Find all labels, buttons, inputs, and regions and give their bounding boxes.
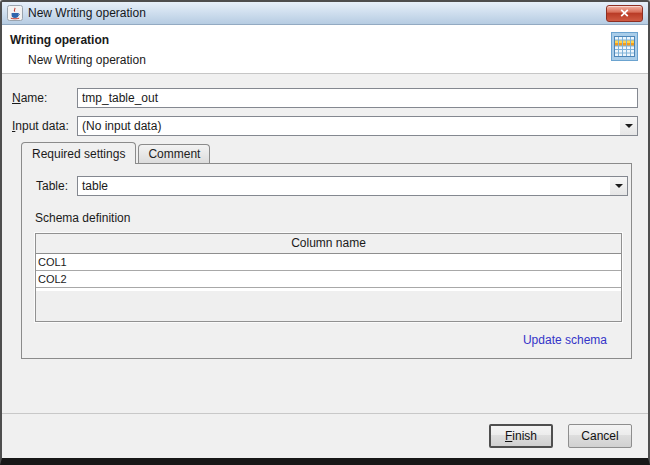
chevron-down-icon[interactable]	[610, 177, 627, 195]
name-input[interactable]	[77, 88, 638, 108]
table-value: table	[82, 179, 108, 193]
name-label: Name:	[12, 91, 77, 105]
update-schema-container: Update schema	[22, 333, 607, 347]
header-subtitle: New Writing operation	[2, 47, 648, 67]
finish-button[interactable]: Finish	[489, 424, 553, 448]
input-data-label: Input data:	[12, 119, 77, 133]
dialog-window: New Writing operation Writing operation …	[0, 0, 650, 465]
close-button[interactable]	[606, 5, 643, 22]
table-row[interactable]: COL2	[36, 271, 621, 288]
required-settings-panel: Table: table Schema definition Column na…	[21, 163, 632, 359]
tabstrip: Required settings Comment	[21, 142, 648, 163]
schema-table: Column name COL1 COL2	[35, 233, 622, 322]
table-filler-area	[36, 291, 621, 321]
column-name-header[interactable]: Column name	[36, 234, 621, 254]
header-title: Writing operation	[2, 25, 648, 47]
table-row[interactable]: COL1	[36, 254, 621, 271]
cancel-button[interactable]: Cancel	[568, 424, 632, 448]
window-title: New Writing operation	[28, 6, 146, 20]
java-icon	[7, 5, 23, 21]
table-label: Table:	[36, 179, 77, 193]
table-combobox[interactable]: table	[77, 176, 628, 196]
tab-comment[interactable]: Comment	[138, 144, 210, 163]
dialog-body: Name: Input data: (No input data) Requir…	[2, 74, 648, 413]
close-icon	[620, 9, 629, 17]
input-data-value: (No input data)	[82, 119, 161, 133]
dialog-header: Writing operation New Writing operation	[2, 25, 648, 74]
input-data-combobox[interactable]: (No input data)	[77, 116, 638, 136]
button-bar: Finish Cancel	[2, 413, 648, 458]
titlebar[interactable]: New Writing operation	[2, 2, 648, 25]
schema-table-body: COL1 COL2	[36, 254, 621, 321]
update-schema-link[interactable]: Update schema	[523, 333, 607, 347]
schema-definition-label: Schema definition	[35, 211, 631, 225]
tab-required-settings[interactable]: Required settings	[21, 142, 136, 164]
table-grid-icon	[611, 32, 638, 61]
chevron-down-icon[interactable]	[620, 117, 637, 135]
